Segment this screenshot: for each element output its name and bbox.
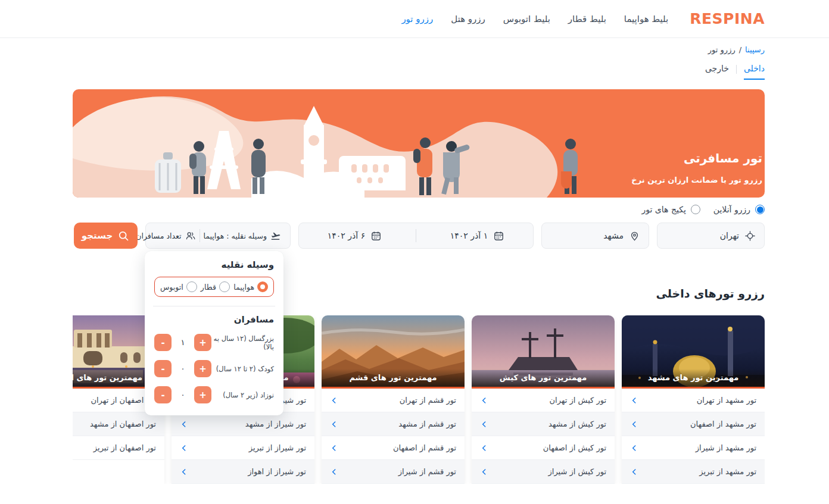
tour-link[interactable]: تور مشهد از تبریز [622,460,765,484]
banner-subtitle: رزرو تور با ضمانت ارزان ترین نرخ [631,176,762,184]
chevron-left-icon [480,396,488,405]
infant-increment-button[interactable]: + [194,386,211,403]
tour-link[interactable]: تور قشم از شیراز [322,460,465,484]
chevron-left-icon [480,420,488,428]
infant-decrement-button[interactable]: - [154,386,172,403]
chevron-left-icon [480,468,488,476]
vehicle-passengers-field: وسیله نقلیه : هواپیما تعداد مسافران (۱) [145,223,291,249]
nav-item-bus-ticket[interactable]: بلیط اتوبوس [503,14,550,24]
nav-item-flight-ticket[interactable]: بلیط هواپیما [624,14,668,24]
breadcrumb-home-link[interactable]: رسپینا [745,45,765,54]
search-button[interactable]: جستجو [74,223,138,249]
breadcrumb: رسپینا / رزرو تور [73,45,765,54]
passengers-section-title: مسافران [154,314,274,325]
tour-link[interactable]: تور شیراز از تبریز [172,436,314,460]
tour-link[interactable]: تور کیش از تهران [472,389,615,412]
mashhad-shrine-image: مهمترین تور های مشهد [622,315,765,389]
child-counter-label: کودک (۲ تا ۱۲ سال) [216,365,274,373]
origin-field[interactable]: تهران [657,223,765,249]
destination-pin-icon [629,230,640,242]
airplane-takeoff-icon [270,231,281,241]
tour-link[interactable]: تور قشم از اصفهان [322,436,465,460]
tour-link[interactable]: تور قشم از مشهد [322,412,465,436]
vp-divider [200,229,200,242]
adult-increment-button[interactable]: + [194,334,211,351]
tour-type-tabs: داخلی خارجی [73,64,765,80]
dates-divider [416,229,416,242]
tour-link[interactable]: تور مشهد از اصفهان [622,412,765,436]
qeshm-canyon-image: مهمترین تور های قشم [322,315,465,389]
travelers-illustration-image [73,89,609,198]
vehicle-option-bus[interactable]: اتوبوس [160,281,197,292]
origin-location-icon [744,230,756,242]
chevron-left-icon [630,420,638,428]
child-counter-row: کودک (۲ تا ۱۲ سال) + ۰ - [154,360,274,377]
radio-unselected-icon [691,205,700,214]
chevron-left-icon [630,396,638,405]
child-count-value: ۰ [179,364,186,373]
tour-link[interactable]: تور مشهد از تهران [622,389,765,412]
booking-type-group: رزرو آنلاین پکیج های تور [73,205,765,214]
tour-link[interactable]: تور شیراز از اهواز [172,460,314,484]
tab-divider [736,65,737,74]
tour-link[interactable]: تور قشم از تهران [322,389,465,412]
depart-date-value: ۱ آذر ۱۴۰۲ [450,231,488,240]
page: RESPINA بلیط هواپیما بلیط قطار بلیط اتوب… [0,0,829,504]
main-nav: بلیط هواپیما بلیط قطار بلیط اتوبوس رزرو … [401,14,668,24]
tour-link[interactable]: تور کیش از اصفهان [472,436,615,460]
tab-international[interactable]: خارجی [705,64,729,79]
breadcrumb-current: رزرو تور [708,45,735,54]
tour-link[interactable]: تور مشهد از شیراز [622,436,765,460]
nav-item-tour-booking[interactable]: رزرو تور [401,14,433,24]
chevron-left-icon [630,468,638,476]
infant-counter-label: نوزاد (زیر ۲ سال) [223,391,274,399]
banner-text: تور مسافرتی رزرو تور با ضمانت ارزان ترین… [631,151,762,184]
infant-count-value: ۰ [179,390,186,399]
tour-link[interactable]: تور اصفهان از تبریز [73,436,164,460]
vehicle-summary[interactable]: وسیله نقلیه : هواپیما [200,231,284,241]
dropdown-divider [153,306,275,306]
depart-date-field[interactable]: ۱ آذر ۱۴۰۲ [422,223,533,248]
child-decrement-button[interactable]: - [154,360,172,377]
main-content: رسپینا / رزرو تور داخلی خارجی [73,45,765,484]
breadcrumb-separator: / [739,45,741,54]
radio-selected-icon [257,281,268,292]
tour-link[interactable]: تور اصفهان از مشهد [73,412,164,436]
destination-field[interactable]: مشهد [541,223,649,249]
vehicle-option-airplane[interactable]: هواپیما [233,281,268,292]
logo[interactable]: RESPINA [690,10,765,27]
radio-tour-packages[interactable]: پکیج های تور [642,205,700,214]
chevron-left-icon [330,468,338,476]
tour-search-form: تهران مشهد ۱ آذر ۱۴۰۲ [73,223,765,249]
tour-link[interactable]: تور شیراز از مشهد [172,412,314,436]
return-date-field[interactable]: ۶ آذر ۱۴۰۲ [299,223,410,248]
vehicle-option-train[interactable]: قطار [201,281,230,292]
child-increment-button[interactable]: + [194,360,211,377]
radio-unselected-icon [219,281,230,292]
tour-card-caption: مهمترین تور های کیش [472,369,615,387]
passengers-icon [185,230,196,241]
chevron-left-icon [330,444,338,452]
chevron-left-icon [330,396,338,405]
search-icon [117,230,130,242]
tab-domestic[interactable]: داخلی [744,64,765,80]
return-date-value: ۶ آذر ۱۴۰۲ [328,231,365,240]
tour-card-caption: مهمترین تور های قشم [322,369,465,387]
nav-item-train-ticket[interactable]: بلیط قطار [568,14,606,24]
vehicle-options-group: هواپیما قطار اتوبوس [154,277,274,297]
nav-item-hotel-booking[interactable]: رزرو هتل [451,14,485,24]
tour-link[interactable]: تور کیش از شیراز [472,460,615,484]
tour-card-kish: مهمترین تور های کیش تور کیش از تهران تور… [472,315,615,484]
banner-title: تور مسافرتی [631,151,762,165]
vehicle-section-title: وسیله نقلیه [154,259,274,270]
tour-link[interactable]: تور کیش از مشهد [472,412,615,436]
kish-shipwreck-image: مهمترین تور های کیش [472,315,615,389]
vehicle-summary-value: وسیله نقلیه : هواپیما [204,231,267,240]
adult-decrement-button[interactable]: - [154,334,172,351]
radio-online-booking[interactable]: رزرو آنلاین [713,205,765,214]
chevron-left-icon [180,468,188,476]
top-header: RESPINA بلیط هواپیما بلیط قطار بلیط اتوب… [0,0,829,38]
tour-card-caption: مهمترین تور های مشهد [622,369,765,387]
hero-banner: تور مسافرتی رزرو تور با ضمانت ارزان ترین… [73,89,765,198]
adult-counter-row: بزرگسال (۱۲ سال به بالا) + ۱ - [154,334,274,351]
